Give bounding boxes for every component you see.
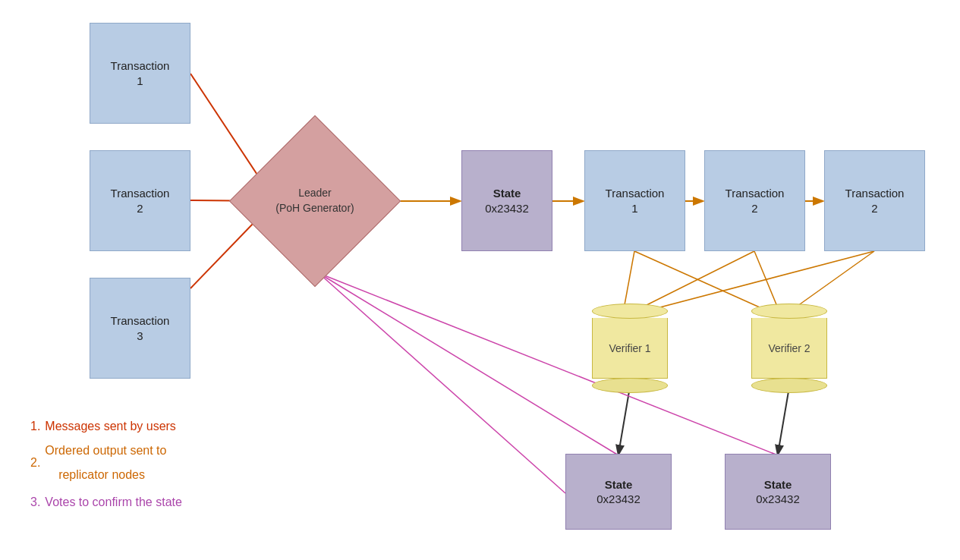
leader-diamond-container: Leader (PoH Generator) — [254, 140, 376, 262]
state-bot2-label: State — [764, 477, 792, 492]
transaction-box-3: Transaction 3 — [90, 278, 190, 379]
state-box-bottom-2: State 0x23432 — [725, 454, 831, 530]
state-bot2-hash: 0x23432 — [756, 492, 800, 507]
diagram-container: Transaction 1 Transaction 2 Transaction … — [0, 0, 960, 560]
state-box-bottom-1: State 0x23432 — [565, 454, 672, 530]
verifier1-body: Verifier 1 — [592, 318, 668, 379]
state-bot1-hash: 0x23432 — [596, 492, 641, 507]
legend-1-number: 1. — [30, 414, 40, 439]
legend: 1. Messages sent by users 2. Ordered out… — [30, 414, 182, 514]
state-left-hash: 0x23432 — [485, 201, 529, 216]
tx-r2-label: Transaction — [726, 186, 785, 201]
tx-r3-number: 2 — [871, 201, 877, 216]
legend-2-number: 2. — [30, 451, 40, 475]
transaction-box-2: Transaction 2 — [90, 150, 190, 251]
tx2-number: 2 — [137, 201, 143, 216]
tx-r1-number: 1 — [631, 201, 637, 216]
legend-item-1: 1. Messages sent by users — [30, 414, 182, 439]
transaction-box-1: Transaction 1 — [90, 23, 190, 124]
svg-line-14 — [778, 387, 789, 454]
tx3-label: Transaction — [111, 313, 170, 329]
legend-item-3: 3. Votes to confirm the state — [30, 490, 182, 514]
verifier2-bottom — [751, 378, 827, 393]
state-left-label: State — [493, 186, 521, 201]
tx-r1-label: Transaction — [606, 186, 665, 201]
verifier1-bottom — [592, 378, 668, 393]
svg-line-13 — [618, 387, 630, 454]
legend-1-text: Messages sent by users — [45, 414, 176, 439]
verifier1-top — [592, 304, 668, 319]
verifier2-top — [751, 304, 827, 319]
transaction-box-r1: Transaction 1 — [584, 150, 685, 251]
svg-line-16 — [319, 273, 778, 455]
tx3-number: 3 — [137, 329, 143, 344]
leader-diamond — [229, 115, 401, 287]
state-bot1-label: State — [605, 477, 633, 492]
tx2-label: Transaction — [111, 186, 170, 201]
verifier2-body: Verifier 2 — [751, 318, 827, 379]
svg-line-15 — [319, 273, 618, 455]
tx-r2-number: 2 — [751, 201, 757, 216]
legend-item-2: 2. Ordered output sent to replicator nod… — [30, 439, 182, 487]
legend-2-text: Ordered output sent to replicator nodes — [45, 439, 166, 487]
tx1-number: 1 — [137, 74, 143, 89]
verifier-2: Verifier 2 — [736, 304, 842, 393]
legend-3-text: Votes to confirm the state — [45, 490, 182, 514]
verifier-1: Verifier 1 — [577, 304, 683, 393]
verifier1-label: Verifier 1 — [609, 342, 650, 354]
svg-line-17 — [319, 273, 565, 493]
tx-r3-label: Transaction — [845, 186, 905, 201]
verifier2-label: Verifier 2 — [768, 342, 810, 354]
state-box-left: State 0x23432 — [461, 150, 552, 251]
legend-3-number: 3. — [30, 490, 40, 514]
transaction-box-r2: Transaction 2 — [704, 150, 805, 251]
transaction-box-r3: Transaction 2 — [824, 150, 925, 251]
tx1-label: Transaction — [111, 58, 170, 74]
